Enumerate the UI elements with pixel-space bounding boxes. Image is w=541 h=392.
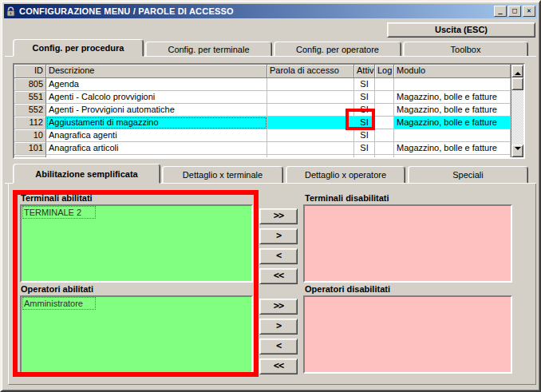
procedure-table: ID Descrizione Parola di accesso Attiv L…: [13, 63, 525, 159]
col-header-parola[interactable]: Parola di accesso: [267, 65, 354, 78]
cell-log: [375, 78, 394, 91]
tab-config-per-operatore[interactable]: Config. per operatore: [274, 42, 401, 57]
table-scrollbar[interactable]: [511, 65, 523, 157]
col-header-log[interactable]: Log: [375, 65, 394, 78]
cell-parola: [267, 91, 354, 104]
cell-parola: [267, 155, 354, 157]
table-row[interactable]: 101 Anagrafica articoli SI Magazzino, bo…: [14, 142, 511, 155]
cell-parola: [267, 78, 354, 91]
cell-log: [375, 142, 394, 155]
table-row-selected[interactable]: 112 Aggiustamenti di magazzino SI Magazz…: [14, 117, 511, 129]
cell-modulo: [394, 129, 511, 142]
cell-log: [375, 117, 394, 129]
cell-id: 9: [14, 155, 46, 157]
table-row[interactable]: 10 Anagrafica agenti SI: [14, 129, 511, 142]
cell-id: 112: [14, 117, 46, 129]
operatori-abilitati-list[interactable]: Amministratore: [20, 295, 253, 374]
tab-abilitazione-semplificata[interactable]: Abilitazione semplificata: [13, 164, 160, 184]
cell-parola: [267, 104, 354, 117]
cell-attiv: SI: [354, 142, 375, 155]
terminali-abilitati-list[interactable]: TERMINALE 2: [20, 204, 253, 283]
tab-speciali[interactable]: Speciali: [408, 166, 528, 184]
window-title: CONFIGURAZIONE MENU / PAROLE DI ACCESSO: [19, 6, 492, 16]
cell-modulo: Magazzino, bolle e fatture: [394, 104, 511, 117]
list-item[interactable]: Amministratore: [23, 298, 95, 309]
col-header-id[interactable]: ID: [14, 65, 46, 78]
operatori-disabilitati-label: Operatori disabilitati: [305, 284, 390, 294]
cell-descrizione: Agenti - Calcolo provvigioni: [46, 91, 267, 104]
cell-attiv: SI: [354, 91, 375, 104]
move-left-button[interactable]: <: [259, 248, 298, 264]
table-row-partial[interactable]: 9 Anagrafica banche SI: [14, 155, 511, 157]
minimize-button[interactable]: _: [494, 6, 507, 17]
cell-log: [375, 155, 394, 157]
exit-button[interactable]: Uscita (ESC): [387, 22, 535, 38]
cell-descrizione: Anagrafica banche: [46, 155, 267, 157]
move-right-button-2[interactable]: >: [259, 319, 298, 335]
tab-toolbox[interactable]: Toolbox: [403, 42, 528, 57]
col-header-descrizione[interactable]: Descrizione: [46, 65, 267, 78]
move-all-right-button[interactable]: >>: [259, 208, 298, 224]
cell-id: 552: [14, 104, 46, 117]
move-left-button-2[interactable]: <: [259, 339, 298, 354]
table-row[interactable]: 805 Agenda SI: [14, 78, 511, 91]
cell-attiv: SI: [354, 129, 375, 142]
move-right-button[interactable]: >: [259, 228, 298, 244]
cell-log: [375, 129, 394, 142]
col-header-attiv[interactable]: Attiv: [354, 65, 375, 78]
operatori-abilitati-label: Operatori abilitati: [21, 284, 93, 294]
scroll-down-icon[interactable]: [511, 145, 523, 157]
cell-id: 805: [14, 78, 46, 91]
cell-descrizione: Anagrafica agenti: [46, 129, 267, 142]
cell-descrizione-focused: Aggiustamenti di magazzino: [46, 117, 267, 129]
cell-parola: [267, 142, 354, 155]
list-item[interactable]: TERMINALE 2: [23, 207, 95, 218]
title-bar[interactable]: CONFIGURAZIONE MENU / PAROLE DI ACCESSO …: [4, 4, 537, 18]
tab-dettaglio-x-terminale[interactable]: Dettaglio x terminale: [162, 166, 283, 184]
table-header-row: ID Descrizione Parola di accesso Attiv L…: [14, 65, 511, 78]
cell-id: 101: [14, 142, 46, 155]
cell-attiv-highlighted: SI: [354, 117, 375, 129]
cell-modulo: Magazzino, bolle e fatture: [394, 117, 511, 129]
cell-attiv: SI: [354, 78, 375, 91]
cell-modulo: [394, 155, 511, 157]
scroll-up-icon[interactable]: [511, 65, 523, 77]
lock-icon: [6, 6, 16, 17]
cell-attiv: SI: [354, 155, 375, 157]
cell-parola: [267, 117, 354, 129]
maximize-button[interactable]: □: [508, 6, 521, 17]
move-all-left-button[interactable]: <<: [259, 268, 298, 284]
scrollbar-thumb[interactable]: [511, 77, 523, 90]
cell-descrizione: Anagrafica articoli: [46, 142, 267, 155]
table-body: ID Descrizione Parola di accesso Attiv L…: [14, 65, 511, 157]
tab-dettaglio-x-operatore[interactable]: Dettaglio x operatore: [286, 166, 405, 184]
terminali-disabilitati-list[interactable]: [303, 204, 512, 283]
move-all-left-button-2[interactable]: <<: [259, 358, 298, 374]
cell-descrizione: Agenda: [46, 78, 267, 91]
terminali-abilitati-label: Terminali abilitati: [21, 193, 93, 203]
terminali-disabilitati-label: Terminali disabilitati: [305, 193, 389, 203]
cell-id: 551: [14, 91, 46, 104]
tab-config-per-procedura[interactable]: Config. per procedura: [13, 39, 144, 57]
operatori-disabilitati-list[interactable]: [303, 295, 512, 374]
cell-log: [375, 91, 394, 104]
cell-log: [375, 104, 394, 117]
cell-attiv: SI: [354, 104, 375, 117]
tab-config-per-terminale[interactable]: Config. per terminale: [145, 42, 272, 57]
table-row[interactable]: 552 Agenti - Provvigioni automatiche SI …: [14, 104, 511, 117]
cell-descrizione: Agenti - Provvigioni automatiche: [46, 104, 267, 117]
cell-id: 10: [14, 129, 46, 142]
col-header-modulo[interactable]: Modulo: [394, 65, 511, 78]
cell-modulo: [394, 78, 511, 91]
config-menu-window: CONFIGURAZIONE MENU / PAROLE DI ACCESSO …: [0, 0, 541, 392]
cell-modulo: Magazzino, bolle e fatture: [394, 142, 511, 155]
cell-modulo: Magazzino, bolle e fatture: [394, 91, 511, 104]
move-all-right-button-2[interactable]: >>: [259, 299, 298, 315]
cell-parola: [267, 129, 354, 142]
close-button[interactable]: ✕: [523, 6, 535, 17]
table-row[interactable]: 551 Agenti - Calcolo provvigioni SI Maga…: [14, 91, 511, 104]
